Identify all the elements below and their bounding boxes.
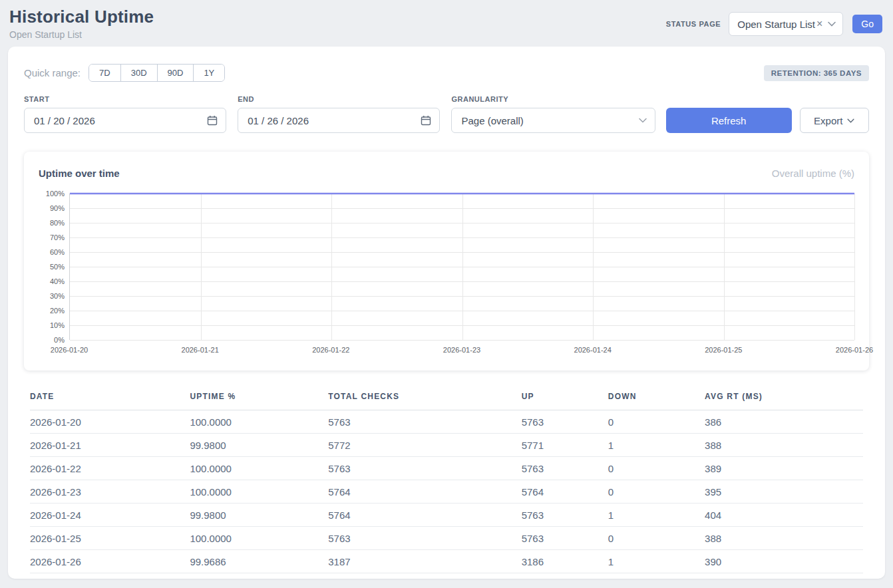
- quick-range-button-1y[interactable]: 1Y: [193, 65, 224, 81]
- quick-range-button-7d[interactable]: 7D: [89, 65, 120, 81]
- chart-legend: Overall uptime (%): [772, 168, 854, 179]
- table-cell: 395: [705, 480, 863, 504]
- start-date-field-wrap: START 01 / 20 / 2026: [24, 95, 226, 133]
- table-column-header: DOWN: [608, 386, 705, 410]
- table-header-row: DATEUPTIME %TOTAL CHECKSUPDOWNAVG RT (MS…: [30, 386, 863, 410]
- table-cell: 0: [608, 527, 705, 550]
- granularity-select[interactable]: Page (overall): [451, 108, 655, 133]
- status-page-label: STATUS PAGE: [666, 20, 721, 28]
- quick-range-button-30d[interactable]: 30D: [120, 65, 157, 81]
- granularity-label: GRANULARITY: [451, 95, 655, 103]
- y-axis-tick: 0%: [54, 336, 65, 344]
- table-cell: 3187: [328, 550, 521, 573]
- table-row: 2026-01-2699.9686318731861390: [30, 550, 863, 573]
- quick-range-group: 7D30D90D1Y: [89, 64, 225, 82]
- refresh-button[interactable]: Refresh: [666, 108, 792, 133]
- main-card: Quick range: 7D30D90D1Y RETENTION: 365 D…: [8, 47, 885, 579]
- y-axis-tick: 90%: [50, 204, 65, 212]
- chevron-down-icon: [847, 118, 854, 123]
- x-axis-tick: 2026-01-26: [836, 346, 873, 354]
- end-date-field-wrap: END 01 / 26 / 2026: [238, 95, 440, 133]
- go-button[interactable]: Go: [852, 15, 882, 33]
- table-cell: 5763: [328, 457, 521, 480]
- table-row: 2026-01-20100.0000576357630386: [30, 410, 863, 434]
- table-cell: 390: [705, 550, 863, 573]
- table-cell: 5764: [328, 480, 521, 504]
- chart-plot-area: [69, 194, 854, 340]
- table-cell: 100.0000: [190, 480, 328, 504]
- start-label: START: [24, 95, 226, 103]
- table-cell: 0: [608, 480, 705, 504]
- chart-x-axis: 2026-01-202026-01-212026-01-222026-01-23…: [69, 340, 854, 357]
- y-axis-tick: 30%: [50, 292, 65, 300]
- table-cell: 2026-01-22: [30, 457, 190, 480]
- table-cell: 99.9800: [190, 434, 328, 457]
- table-cell: 99.9800: [190, 504, 328, 527]
- table-cell: 1: [608, 434, 705, 457]
- y-axis-tick: 10%: [50, 321, 65, 329]
- status-page-select-value: Open Startup List: [737, 19, 815, 30]
- table-cell: 0: [608, 410, 705, 434]
- y-axis-tick: 60%: [50, 248, 65, 256]
- uptime-chart-card: Uptime over time Overall uptime (%) 100%…: [24, 152, 869, 370]
- gridline-vertical: [854, 194, 855, 340]
- x-axis-tick: 2026-01-24: [574, 346, 612, 354]
- y-axis-tick: 70%: [50, 233, 65, 241]
- clear-selection-icon[interactable]: ×: [816, 19, 822, 29]
- table-cell: 386: [705, 410, 863, 434]
- table-row: 2026-01-2199.9800577257711388: [30, 434, 863, 457]
- table-cell: 2026-01-20: [30, 410, 190, 434]
- retention-badge: RETENTION: 365 DAYS: [764, 65, 869, 81]
- x-axis-tick: 2026-01-22: [312, 346, 349, 354]
- chevron-down-icon: [828, 21, 836, 27]
- chart-y-axis: 100%90%80%70%60%50%40%30%20%10%0%: [39, 194, 69, 340]
- table-cell: 5772: [328, 434, 521, 457]
- table-cell: 388: [705, 527, 863, 550]
- y-axis-tick: 20%: [50, 307, 65, 315]
- table-cell: 5763: [328, 527, 521, 550]
- quick-range-label: Quick range:: [24, 67, 81, 78]
- quick-range-button-90d[interactable]: 90D: [157, 65, 194, 81]
- uptime-table: DATEUPTIME %TOTAL CHECKSUPDOWNAVG RT (MS…: [30, 386, 863, 573]
- table-cell: 1: [608, 550, 705, 573]
- start-date-value: 01 / 20 / 2026: [34, 115, 95, 126]
- end-date-value: 01 / 26 / 2026: [248, 115, 309, 126]
- calendar-icon[interactable]: [207, 115, 218, 126]
- page-title: Historical Uptime: [9, 7, 154, 27]
- table-cell: 2026-01-24: [30, 504, 190, 527]
- status-page-select[interactable]: Open Startup List ×: [729, 12, 843, 36]
- page-header: Historical Uptime Open Startup List STAT…: [0, 0, 893, 40]
- table-cell: 5763: [522, 504, 608, 527]
- uptime-chart: 100%90%80%70%60%50%40%30%20%10%0% 2026-0…: [39, 194, 854, 357]
- table-cell: 99.9686: [190, 550, 328, 573]
- table-column-header: DATE: [30, 386, 190, 410]
- quick-range-row: Quick range: 7D30D90D1Y RETENTION: 365 D…: [24, 64, 869, 82]
- x-axis-tick: 2026-01-25: [705, 346, 742, 354]
- end-label: END: [238, 95, 440, 103]
- table-cell: 5763: [328, 410, 521, 434]
- table-cell: 5764: [522, 480, 608, 504]
- table-column-header: UP: [522, 386, 608, 410]
- table-cell: 100.0000: [190, 410, 328, 434]
- y-axis-tick: 100%: [46, 190, 65, 198]
- export-button[interactable]: Export: [800, 108, 869, 133]
- page-subtitle: Open Startup List: [9, 29, 154, 40]
- end-date-input[interactable]: 01 / 26 / 2026: [238, 108, 440, 133]
- granularity-value: Page (overall): [461, 115, 523, 126]
- table-cell: 404: [705, 504, 863, 527]
- table-cell: 5764: [328, 504, 521, 527]
- title-block: Historical Uptime Open Startup List: [9, 7, 154, 40]
- table-cell: 5763: [522, 457, 608, 480]
- chart-title: Uptime over time: [39, 168, 120, 179]
- export-button-label: Export: [814, 115, 842, 126]
- x-axis-tick: 2026-01-20: [51, 346, 88, 354]
- x-axis-tick: 2026-01-23: [443, 346, 480, 354]
- table-row: 2026-01-25100.0000576357630388: [30, 527, 863, 550]
- calendar-icon[interactable]: [421, 115, 431, 126]
- table-column-header: TOTAL CHECKS: [328, 386, 521, 410]
- filter-form: START 01 / 20 / 2026 END 01 / 26 / 2026: [24, 95, 869, 133]
- x-axis-tick: 2026-01-21: [182, 346, 219, 354]
- table-row: 2026-01-2499.9800576457631404: [30, 504, 863, 527]
- y-axis-tick: 50%: [50, 263, 65, 271]
- start-date-input[interactable]: 01 / 20 / 2026: [24, 108, 226, 133]
